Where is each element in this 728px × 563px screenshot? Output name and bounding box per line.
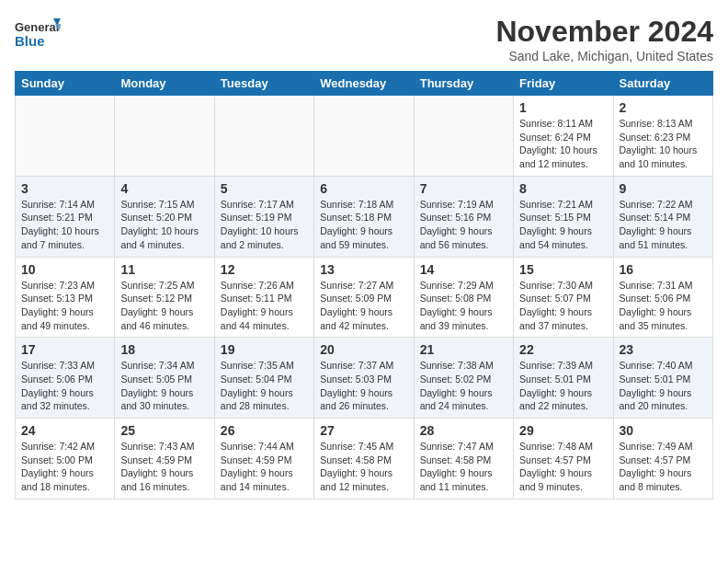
day-info: Sunrise: 7:47 AM Sunset: 4:58 PM Dayligh… — [420, 440, 507, 494]
day-number: 10 — [21, 262, 108, 277]
day-info: Sunrise: 7:40 AM Sunset: 5:01 PM Dayligh… — [620, 359, 707, 413]
day-info: Sunrise: 7:43 AM Sunset: 4:59 PM Dayligh… — [120, 440, 208, 494]
day-info: Sunrise: 7:38 AM Sunset: 5:02 PM Dayligh… — [420, 359, 507, 413]
calendar-cell: 10Sunrise: 7:23 AM Sunset: 5:13 PM Dayli… — [16, 257, 115, 338]
weekday-header-tuesday: Tuesday — [214, 72, 313, 96]
logo-svg: General Blue — [15, 15, 61, 55]
calendar-cell — [414, 96, 513, 177]
calendar-cell: 21Sunrise: 7:38 AM Sunset: 5:02 PM Dayli… — [414, 338, 513, 419]
day-number: 4 — [120, 181, 208, 196]
day-number: 24 — [21, 423, 108, 438]
day-info: Sunrise: 7:27 AM Sunset: 5:09 PM Dayligh… — [320, 279, 407, 333]
calendar-cell: 16Sunrise: 7:31 AM Sunset: 5:06 PM Dayli… — [613, 257, 712, 338]
day-number: 21 — [420, 342, 507, 357]
day-number: 11 — [120, 262, 208, 277]
calendar-cell — [314, 96, 414, 177]
day-number: 27 — [320, 423, 407, 438]
week-row-4: 17Sunrise: 7:33 AM Sunset: 5:06 PM Dayli… — [16, 338, 713, 419]
week-row-1: 1Sunrise: 8:11 AM Sunset: 6:24 PM Daylig… — [16, 96, 713, 177]
calendar-cell: 28Sunrise: 7:47 AM Sunset: 4:58 PM Dayli… — [414, 419, 513, 500]
svg-text:Blue: Blue — [15, 33, 45, 49]
calendar-cell: 27Sunrise: 7:45 AM Sunset: 4:58 PM Dayli… — [314, 419, 414, 500]
day-info: Sunrise: 7:42 AM Sunset: 5:00 PM Dayligh… — [21, 440, 108, 494]
calendar-cell: 30Sunrise: 7:49 AM Sunset: 4:57 PM Dayli… — [613, 419, 712, 500]
day-info: Sunrise: 7:39 AM Sunset: 5:01 PM Dayligh… — [519, 359, 607, 413]
day-number: 3 — [21, 181, 108, 196]
calendar-cell: 22Sunrise: 7:39 AM Sunset: 5:01 PM Dayli… — [514, 338, 613, 419]
day-info: Sunrise: 7:34 AM Sunset: 5:05 PM Dayligh… — [120, 359, 208, 413]
day-info: Sunrise: 7:37 AM Sunset: 5:03 PM Dayligh… — [320, 359, 407, 413]
weekday-header-row: SundayMondayTuesdayWednesdayThursdayFrid… — [16, 72, 713, 96]
calendar-cell: 29Sunrise: 7:48 AM Sunset: 4:57 PM Dayli… — [514, 419, 613, 500]
week-row-2: 3Sunrise: 7:14 AM Sunset: 5:21 PM Daylig… — [16, 176, 713, 257]
day-info: Sunrise: 7:44 AM Sunset: 4:59 PM Dayligh… — [221, 440, 308, 494]
day-number: 20 — [320, 342, 407, 357]
calendar-cell: 13Sunrise: 7:27 AM Sunset: 5:09 PM Dayli… — [314, 257, 414, 338]
day-info: Sunrise: 7:29 AM Sunset: 5:08 PM Dayligh… — [420, 279, 507, 333]
weekday-header-wednesday: Wednesday — [314, 72, 414, 96]
day-number: 23 — [620, 342, 707, 357]
day-info: Sunrise: 7:25 AM Sunset: 5:12 PM Dayligh… — [120, 279, 208, 333]
week-row-5: 24Sunrise: 7:42 AM Sunset: 5:00 PM Dayli… — [16, 419, 713, 500]
day-number: 26 — [221, 423, 308, 438]
calendar-cell: 25Sunrise: 7:43 AM Sunset: 4:59 PM Dayli… — [115, 419, 214, 500]
weekday-header-monday: Monday — [115, 72, 214, 96]
calendar-cell — [214, 96, 313, 177]
calendar-cell: 5Sunrise: 7:17 AM Sunset: 5:19 PM Daylig… — [214, 176, 313, 257]
day-info: Sunrise: 7:31 AM Sunset: 5:06 PM Dayligh… — [620, 279, 707, 333]
day-info: Sunrise: 8:13 AM Sunset: 6:23 PM Dayligh… — [620, 117, 707, 171]
calendar-cell: 24Sunrise: 7:42 AM Sunset: 5:00 PM Dayli… — [16, 419, 115, 500]
weekday-header-thursday: Thursday — [414, 72, 513, 96]
calendar-cell — [16, 96, 115, 177]
calendar-cell: 17Sunrise: 7:33 AM Sunset: 5:06 PM Dayli… — [16, 338, 115, 419]
day-number: 18 — [120, 342, 208, 357]
calendar-cell: 3Sunrise: 7:14 AM Sunset: 5:21 PM Daylig… — [16, 176, 115, 257]
svg-text:General: General — [15, 20, 59, 34]
day-number: 1 — [519, 100, 607, 115]
day-info: Sunrise: 7:17 AM Sunset: 5:19 PM Dayligh… — [221, 198, 308, 252]
calendar-cell: 6Sunrise: 7:18 AM Sunset: 5:18 PM Daylig… — [314, 176, 414, 257]
day-number: 12 — [221, 262, 308, 277]
day-number: 5 — [221, 181, 308, 196]
day-info: Sunrise: 7:30 AM Sunset: 5:07 PM Dayligh… — [519, 279, 607, 333]
day-number: 29 — [519, 423, 607, 438]
day-number: 30 — [620, 423, 707, 438]
day-number: 9 — [620, 181, 707, 196]
calendar-cell: 18Sunrise: 7:34 AM Sunset: 5:05 PM Dayli… — [115, 338, 214, 419]
logo: General Blue — [15, 15, 61, 55]
calendar-cell: 23Sunrise: 7:40 AM Sunset: 5:01 PM Dayli… — [613, 338, 712, 419]
day-info: Sunrise: 7:33 AM Sunset: 5:06 PM Dayligh… — [21, 359, 108, 413]
location: Sand Lake, Michigan, United States — [495, 49, 713, 63]
day-info: Sunrise: 7:45 AM Sunset: 4:58 PM Dayligh… — [320, 440, 407, 494]
calendar-cell: 14Sunrise: 7:29 AM Sunset: 5:08 PM Dayli… — [414, 257, 513, 338]
day-number: 13 — [320, 262, 407, 277]
week-row-3: 10Sunrise: 7:23 AM Sunset: 5:13 PM Dayli… — [16, 257, 713, 338]
day-info: Sunrise: 7:48 AM Sunset: 4:57 PM Dayligh… — [519, 440, 607, 494]
day-number: 7 — [420, 181, 507, 196]
calendar-cell: 2Sunrise: 8:13 AM Sunset: 6:23 PM Daylig… — [613, 96, 712, 177]
day-number: 2 — [620, 100, 707, 115]
calendar-cell: 12Sunrise: 7:26 AM Sunset: 5:11 PM Dayli… — [214, 257, 313, 338]
day-number: 25 — [120, 423, 208, 438]
calendar-cell: 4Sunrise: 7:15 AM Sunset: 5:20 PM Daylig… — [115, 176, 214, 257]
day-number: 28 — [420, 423, 507, 438]
calendar-cell: 7Sunrise: 7:19 AM Sunset: 5:16 PM Daylig… — [414, 176, 513, 257]
day-info: Sunrise: 7:26 AM Sunset: 5:11 PM Dayligh… — [221, 279, 308, 333]
calendar-cell: 15Sunrise: 7:30 AM Sunset: 5:07 PM Dayli… — [514, 257, 613, 338]
day-number: 16 — [620, 262, 707, 277]
day-info: Sunrise: 7:23 AM Sunset: 5:13 PM Dayligh… — [21, 279, 108, 333]
day-number: 22 — [519, 342, 607, 357]
calendar-cell: 26Sunrise: 7:44 AM Sunset: 4:59 PM Dayli… — [214, 419, 313, 500]
day-info: Sunrise: 7:18 AM Sunset: 5:18 PM Dayligh… — [320, 198, 407, 252]
day-number: 14 — [420, 262, 507, 277]
day-info: Sunrise: 7:49 AM Sunset: 4:57 PM Dayligh… — [620, 440, 707, 494]
day-info: Sunrise: 7:19 AM Sunset: 5:16 PM Dayligh… — [420, 198, 507, 252]
day-info: Sunrise: 7:35 AM Sunset: 5:04 PM Dayligh… — [221, 359, 308, 413]
calendar-table: SundayMondayTuesdayWednesdayThursdayFrid… — [15, 71, 713, 500]
day-info: Sunrise: 7:22 AM Sunset: 5:14 PM Dayligh… — [620, 198, 707, 252]
day-info: Sunrise: 7:21 AM Sunset: 5:15 PM Dayligh… — [519, 198, 607, 252]
calendar-cell: 20Sunrise: 7:37 AM Sunset: 5:03 PM Dayli… — [314, 338, 414, 419]
calendar-cell: 19Sunrise: 7:35 AM Sunset: 5:04 PM Dayli… — [214, 338, 313, 419]
weekday-header-saturday: Saturday — [613, 72, 712, 96]
day-info: Sunrise: 7:14 AM Sunset: 5:21 PM Dayligh… — [21, 198, 108, 252]
